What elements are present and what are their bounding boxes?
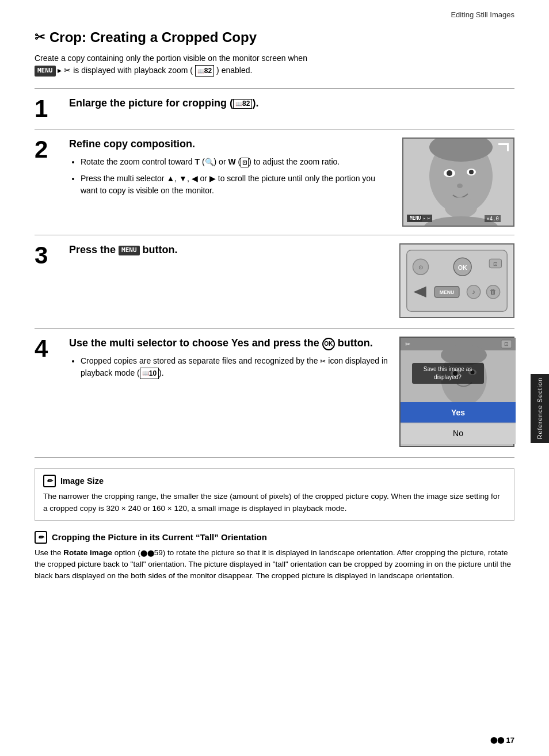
step-3-heading: Press the MENU button. (69, 243, 388, 257)
image-size-text: The narrower the cropping range, the sma… (43, 491, 506, 514)
main-content: ✂ Crop: Creating a Cropped Copy Create a… (0, 24, 549, 605)
svg-text:No: No (453, 429, 463, 438)
menu-separator: ▸ (58, 66, 62, 75)
step-2-number: 2 (35, 138, 58, 162)
step1-ref: 📖82 (233, 99, 252, 109)
step-4-section: 4 Use the multi selector to choose Yes a… (35, 328, 514, 458)
step-3-image: ⊙ OK ⊡ MENU ♪ 🗑 (399, 243, 514, 320)
step-2-bullet-1: Rotate the zoom control toward T (🔍) or … (81, 156, 391, 168)
step-1-number: 1 (35, 97, 58, 121)
svg-text:✂: ✂ (405, 341, 410, 348)
svg-text:Yes: Yes (451, 408, 465, 417)
step-4-heading: Use the multi selector to choose Yes and… (69, 337, 388, 350)
image-size-heading: ✏ Image Size (43, 475, 506, 487)
step-4-image: ✂ ⊡ Save this image as displayed? (399, 337, 514, 447)
svg-point-35 (441, 345, 487, 365)
crop-inline-icon: ✂ (64, 66, 71, 75)
svg-text:♪: ♪ (472, 288, 475, 296)
svg-text:MENU: MENU (440, 290, 455, 296)
step-4-number: 4 (35, 337, 58, 361)
page-number: 17 (506, 736, 514, 744)
step3-menu-badge: MENU (119, 246, 140, 255)
svg-point-7 (457, 184, 463, 188)
step-4-content: Use the multi selector to choose Yes and… (69, 337, 388, 384)
svg-text:⊙: ⊙ (418, 264, 423, 270)
step4-ref: 📖10 (140, 368, 159, 379)
menu-badge: MENU (35, 66, 56, 77)
step-3-number: 3 (35, 243, 58, 268)
step-3-section: 3 Press the MENU button. ⊙ OK ⊡ (35, 235, 514, 328)
step-2-bullets: Rotate the zoom control toward T (🔍) or … (69, 156, 391, 197)
svg-text:🗑: 🗑 (490, 288, 497, 296)
side-label: Reference Section (531, 374, 549, 443)
intro-paragraph: Create a copy containing only the portio… (35, 52, 514, 77)
svg-point-4 (447, 170, 452, 176)
page-header: Editing Still Images (0, 0, 549, 24)
step-4-bullets: Cropped copies are stored as separate fi… (69, 355, 388, 379)
step-4-bullet-1: Cropped copies are stored as separate fi… (81, 355, 388, 379)
page-footer: ⬤⬤ 17 (490, 736, 514, 744)
title-text: Crop: Creating a Cropped Copy (49, 29, 257, 45)
cropping-orientation-note: ✏ Cropping the Picture in its Current “T… (35, 531, 514, 582)
note-icon-1: ✏ (43, 475, 56, 487)
cropping-orientation-heading: ✏ Cropping the Picture in its Current “T… (35, 531, 514, 544)
intro-ref: 📖82 (195, 65, 214, 77)
image-size-note: ✏ Image Size The narrower the cropping r… (35, 468, 514, 521)
scissors-icon: ✂ (35, 30, 45, 45)
svg-text:displayed?: displayed? (434, 374, 462, 380)
step-2-image: MENU ▸ ✂ ×4.0 (402, 138, 514, 227)
step-1-heading: Enlarge the picture for cropping (📖82). (69, 97, 514, 110)
step-2-bullet-2: Press the multi selector ▲, ▼, ◀ or ▶ to… (81, 173, 391, 197)
svg-text:⊡: ⊡ (493, 261, 498, 267)
step-3-content: Press the MENU button. (69, 243, 388, 261)
svg-point-6 (469, 170, 474, 174)
svg-text:⊡: ⊡ (504, 341, 509, 347)
side-label-text: Reference Section (536, 377, 543, 440)
cropping-orientation-text: Use the Rotate image option (⬤⬤59) to ro… (35, 547, 514, 582)
header-title: Editing Still Images (451, 10, 514, 19)
step-2-content: Refine copy composition. Rotate the zoom… (69, 138, 391, 201)
step-2-section: 2 Refine copy composition. Rotate the zo… (35, 129, 514, 235)
note-icon-2: ✏ (35, 531, 47, 544)
cam-menu-badge: MENU ▸ ✂ (407, 215, 432, 222)
svg-rect-12 (507, 143, 509, 151)
svg-text:Save this image as: Save this image as (424, 366, 472, 372)
step-2-heading: Refine copy composition. (69, 138, 391, 151)
svg-text:OK: OK (458, 264, 467, 271)
footer-icon: ⬤⬤ (490, 736, 504, 744)
page-title: ✂ Crop: Creating a Cropped Copy (35, 29, 514, 45)
step-1-section: 1 Enlarge the picture for cropping (📖82)… (35, 88, 514, 129)
step-1-content: Enlarge the picture for cropping (📖82). (69, 97, 514, 114)
cam-zoom-indicator: ×4.0 (485, 215, 501, 222)
